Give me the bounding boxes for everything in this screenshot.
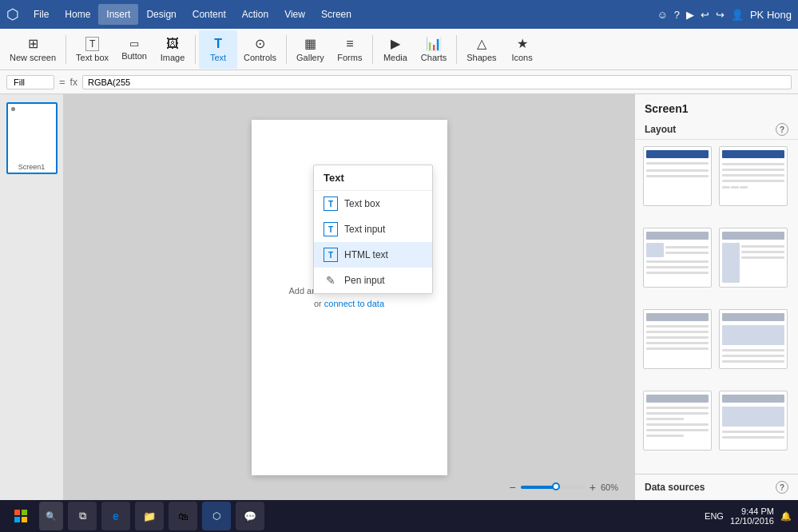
zoom-minus-button[interactable]: − <box>510 481 516 494</box>
text-box-icon: T <box>85 37 99 51</box>
screen-thumb-label: Screen1 <box>18 163 46 173</box>
dropdown-item-peninput-label: Pen input <box>344 275 385 286</box>
svg-rect-2 <box>14 517 20 522</box>
ribbon-charts-label: Charts <box>421 53 447 62</box>
gallery-icon: ▦ <box>304 36 316 51</box>
ribbon: ⊞ New screen T Text box ▭ Button 🖼 Image… <box>0 29 798 70</box>
formula-input[interactable]: RGBA(255 <box>82 75 792 89</box>
taskbar-search[interactable]: 🔍 <box>39 502 63 530</box>
button-icon: ▭ <box>129 38 139 50</box>
zoom-plus-button[interactable]: + <box>590 481 596 494</box>
layout-option-2[interactable] <box>719 146 788 206</box>
svg-rect-1 <box>22 510 27 515</box>
ribbon-charts[interactable]: 📊 Charts <box>415 30 453 69</box>
menu-action[interactable]: Action <box>234 4 276 25</box>
menu-file[interactable]: File <box>26 4 57 25</box>
shapes-icon: △ <box>477 36 486 51</box>
taskbar-start-button[interactable] <box>6 502 35 530</box>
undo-icon[interactable]: ↩ <box>701 9 709 21</box>
zoom-slider[interactable] <box>521 486 585 489</box>
zoom-bar: − + 60% <box>510 481 618 494</box>
ribbon-icons[interactable]: ★ Icons <box>503 30 542 69</box>
layout-option-7[interactable] <box>643 391 712 451</box>
formula-bar: Fill = fx RGBA(255 <box>0 70 798 94</box>
zoom-slider-handle[interactable] <box>552 482 560 490</box>
icons-icon: ★ <box>517 36 528 51</box>
menu-insert[interactable]: Insert <box>98 4 138 25</box>
dropdown-header: Text <box>314 165 432 191</box>
menu-content[interactable]: Content <box>185 4 234 25</box>
menu-design[interactable]: Design <box>138 4 184 25</box>
dropdown-item-peninput[interactable]: ✎ Pen input <box>314 268 432 293</box>
layout-option-6[interactable] <box>719 309 788 369</box>
zoom-slider-fill <box>521 486 556 489</box>
ribbon-sep-3 <box>286 35 287 64</box>
user-icon[interactable]: 👤 <box>731 9 744 21</box>
ribbon-gallery[interactable]: ▦ Gallery <box>290 30 331 69</box>
data-sources-help-icon[interactable]: ? <box>776 481 788 494</box>
screens-panel: Screen1 <box>0 94 64 500</box>
taskbar-app2[interactable]: 💬 <box>236 502 264 530</box>
ribbon-media-label: Media <box>383 53 407 62</box>
screen-thumbnail-1[interactable]: Screen1 <box>6 102 58 174</box>
layout-label: Layout <box>645 124 676 135</box>
dropdown-item-textbox-label: Text box <box>344 198 380 209</box>
ribbon-button-label: Button <box>121 51 147 61</box>
taskbar-time-date: 9:44 PM 12/10/2016 <box>730 506 774 526</box>
ribbon-new-screen-label: New screen <box>10 53 56 62</box>
menu-screen[interactable]: Screen <box>313 4 359 25</box>
charts-icon: 📊 <box>426 36 442 51</box>
ribbon-image[interactable]: 🖼 Image <box>153 30 192 69</box>
controls-icon: ⊙ <box>255 36 265 51</box>
dropdown-item-textinput-label: Text input <box>344 224 385 235</box>
ribbon-sep-1 <box>66 35 66 64</box>
ribbon-shapes[interactable]: △ Shapes <box>460 30 502 69</box>
ribbon-forms-label: Forms <box>337 53 362 62</box>
right-panel-title: Screen1 <box>635 94 798 120</box>
ribbon-new-screen[interactable]: ⊞ New screen <box>3 30 62 69</box>
redo-icon[interactable]: ↪ <box>716 9 725 21</box>
ribbon-media[interactable]: ▶ Media <box>376 30 415 69</box>
ribbon-icons-label: Icons <box>511 53 532 62</box>
emoji-icon[interactable]: ☺ <box>657 9 667 21</box>
play-icon[interactable]: ▶ <box>686 9 694 21</box>
ribbon-button[interactable]: ▭ Button <box>115 30 153 69</box>
menu-bar: ⬡ File Home Insert Design Content Action… <box>0 0 798 29</box>
canvas-connect-link[interactable]: connect to data <box>324 299 384 308</box>
canvas-or-text: or <box>314 299 322 308</box>
taskbar-notification[interactable]: 🔔 <box>780 511 792 522</box>
layout-help-icon[interactable]: ? <box>776 123 788 136</box>
taskbar-store[interactable]: 🛍 <box>169 502 197 530</box>
layout-option-5[interactable] <box>643 309 712 369</box>
formula-property-selector[interactable]: Fill <box>6 75 54 89</box>
menu-view[interactable]: View <box>276 4 313 25</box>
taskbar-powerapps[interactable]: ⬡ <box>202 502 231 530</box>
ribbon-controls[interactable]: ⊙ Controls <box>237 30 283 69</box>
layout-option-3[interactable] <box>643 228 712 288</box>
dropdown-item-textinput[interactable]: T Text input <box>314 216 432 242</box>
taskbar-time: 9:44 PM <box>730 506 774 516</box>
dropdown-item-textbox[interactable]: T Text box <box>314 191 432 216</box>
help-icon[interactable]: ? <box>674 9 680 21</box>
ribbon-forms[interactable]: ≡ Forms <box>331 30 369 69</box>
text-icon: T <box>214 37 222 51</box>
layout-option-1[interactable] <box>643 146 712 206</box>
forms-icon: ≡ <box>346 37 353 51</box>
formula-equals: = <box>59 76 66 88</box>
ribbon-gallery-label: Gallery <box>296 53 324 62</box>
layout-option-4[interactable] <box>719 228 788 288</box>
taskbar-taskview[interactable]: ⧉ <box>68 502 97 530</box>
taskbar: 🔍 ⧉ e 📁 🛍 ⬡ 💬 ENG 9:44 PM 12/10/2016 🔔 <box>0 500 798 532</box>
dropdown-item-htmltext[interactable]: T HTML text <box>314 242 432 268</box>
menu-home[interactable]: Home <box>57 4 98 25</box>
ribbon-text[interactable]: T Text <box>199 30 237 69</box>
ribbon-text-box[interactable]: T Text box <box>69 30 115 69</box>
taskbar-edge[interactable]: e <box>101 502 130 530</box>
media-icon: ▶ <box>391 36 400 51</box>
taskbar-explorer[interactable]: 📁 <box>135 502 164 530</box>
ribbon-sep-5 <box>456 35 457 64</box>
screen-dot <box>11 107 15 111</box>
ribbon-sep-2 <box>195 35 196 64</box>
layout-option-8[interactable] <box>719 391 788 451</box>
taskbar-right: ENG 9:44 PM 12/10/2016 🔔 <box>705 506 792 526</box>
